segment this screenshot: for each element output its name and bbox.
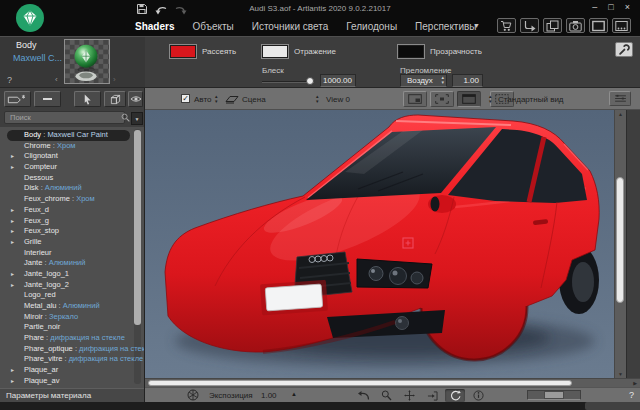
scroll-down-icon[interactable]: ▼ [615,371,626,377]
fullscreen-view-button[interactable] [430,91,454,107]
shader-list-item[interactable]: ▸Phare_vitre : дифракция на стекле [0,354,144,365]
view-mode-selector[interactable]: Стандартный вид [498,95,564,104]
shader-list-item[interactable]: ▸Plaque_av : [0,376,144,387]
scene-label[interactable]: Сцена [242,95,266,104]
perspectives-caret-icon[interactable]: ▼ [473,22,480,29]
shader-tag-button[interactable] [4,91,31,107]
transparency-color-swatch[interactable] [398,45,424,58]
render-camera-button[interactable] [566,18,585,33]
expand-arrow-icon[interactable]: ▸ [11,151,14,162]
duplicate-button[interactable] [543,18,562,33]
expand-arrow-icon[interactable]: ▸ [11,162,14,173]
save-button[interactable] [135,3,149,15]
batch-render-button[interactable] [612,18,631,33]
shader-list-item[interactable]: ▸Partie_noir : [0,322,144,333]
expand-arrow-icon[interactable]: ▸ [11,365,14,376]
shader-list-item[interactable]: ▸Miroir : Зеркало [0,312,144,323]
display-options-button[interactable] [609,91,631,106]
render-settings-icon[interactable] [187,389,199,401]
shader-list-item[interactable]: ▸Logo_red : [0,290,144,301]
horizontal-scrollbar-thumb[interactable] [148,380,572,386]
vertical-scrollbar[interactable]: ▲ ▼ [614,110,626,378]
zoom-tool-button[interactable] [376,389,396,402]
material-tools-button[interactable] [615,42,633,57]
menu-item[interactable]: Источники света [252,21,329,32]
close-button[interactable]: × [625,2,630,12]
horizontal-scrollbar[interactable]: ▶ [145,378,640,387]
menu-item[interactable]: Объекты [192,21,233,32]
undo-button[interactable] [154,3,168,15]
diffuse-color-swatch[interactable] [170,45,196,58]
shader-type-link[interactable]: Maxwell C... [13,53,62,63]
display-zoom-slider[interactable] [527,390,581,400]
expand-arrow-icon[interactable]: ▸ [11,376,14,387]
shader-list-item[interactable]: ▸Feux_chrome : Хром [0,194,144,205]
view-selector[interactable]: View 0 [326,95,350,104]
visibility-eye-button[interactable] [128,91,143,107]
scene-stepper-icon[interactable]: ▴▾ [215,94,218,103]
shader-list-item[interactable]: ▸Phare_optique : дифракция на стекле [0,344,144,355]
shader-list-item[interactable]: ▸Clignotant : [0,151,144,162]
3d-preview-canvas[interactable] [145,110,614,378]
expand-arrow-icon[interactable]: ▸ [11,237,14,248]
vertical-scrollbar-thumb[interactable] [616,177,624,303]
dropdown-stepper-icon[interactable]: ▴▾ [441,75,444,85]
scroll-right-icon[interactable]: ▶ [633,380,637,386]
pan-tool-button[interactable] [399,389,419,402]
media-store-cart-button[interactable] [497,18,516,33]
expand-arrow-icon[interactable]: ▸ [11,280,14,291]
shader-list-item[interactable]: ▸Metal_alu : Алюминий [0,301,144,312]
shader-list-item[interactable]: ▸Plaque_ar : [0,365,144,376]
shader-list-item[interactable]: ▸Jante : Алюминий [0,258,144,269]
shader-list-item[interactable]: ▸Dessous : [0,173,144,184]
minimize-button[interactable]: – [592,2,597,12]
shader-list-item[interactable]: ▸Jante_logo_1 : [0,269,144,280]
orbit-tool-button[interactable] [445,389,465,402]
reflection-color-swatch[interactable] [262,45,288,58]
maximize-button[interactable]: □ [608,2,613,12]
redo-button[interactable] [173,3,187,15]
material-preview-thumbnail[interactable] [64,39,110,84]
refraction-medium-dropdown[interactable]: Воздух ▴▾ [400,74,447,87]
window-view-button[interactable] [457,91,481,107]
exposure-value[interactable]: 1.00 [261,391,277,400]
material-params-footer[interactable]: Параметры материала [0,388,144,402]
shader-list-item[interactable]: ▸Phare : дифракция на стекле [0,333,144,344]
shader-list-item[interactable]: ▸Chrome : Хром [0,141,144,152]
search-filter-button[interactable]: ▼ [131,112,143,125]
info-button[interactable] [468,389,488,402]
menu-item[interactable]: Перспективы [415,21,476,32]
shader-list-item[interactable]: ▸Compteur : [0,162,144,173]
expand-arrow-icon[interactable]: ▸ [11,269,14,280]
shader-list-item[interactable]: ▸Feux_stop : [0,226,144,237]
expand-arrow-icon[interactable]: ▸ [11,216,14,227]
shine-value-field[interactable]: 1000.00 [320,74,356,87]
render-frame-button[interactable] [589,18,608,33]
undo-view-button[interactable] [353,389,373,402]
display-zoom-handle[interactable] [544,391,564,399]
shader-list-item[interactable]: ▸Feux_d : [0,205,144,216]
remove-shader-button[interactable] [34,91,61,107]
menu-item[interactable]: Shaders [135,21,174,32]
shader-list-item[interactable]: ▸Interieur : [0,248,144,259]
shader-list-item[interactable]: ▸Grille : [0,237,144,248]
shader-list-item[interactable]: ▸Disk : Алюминий [0,183,144,194]
shine-slider-knob[interactable] [306,77,314,85]
expand-arrow-icon[interactable]: ▸ [11,226,14,237]
view-stepper-icon[interactable]: ▴▾ [316,94,319,103]
refraction-value-field[interactable]: 1.00 [452,74,483,87]
redirect-arrow-button[interactable] [520,18,539,33]
scroll-up-icon[interactable]: ▲ [615,111,626,117]
viewport-help-label[interactable]: ? [629,390,634,400]
search-input[interactable]: Поиск [4,111,125,124]
menu-item[interactable]: Гелиодоны [346,21,397,32]
shader-list-item[interactable]: ▸Feux_g : [0,216,144,227]
shader-list-item[interactable]: ▸Body : Maxwell Car Paint [7,130,130,141]
expand-arrow-icon[interactable]: ▸ [11,205,14,216]
select-tool-button[interactable] [74,91,101,107]
next-preview-arrow[interactable]: › [113,75,116,84]
layout-view-button[interactable] [403,91,427,107]
exposure-up-icon[interactable]: ▲ [291,391,297,397]
object-mode-button[interactable] [104,91,126,107]
viewmode-stepper-icon[interactable]: ▴▾ [489,94,492,103]
